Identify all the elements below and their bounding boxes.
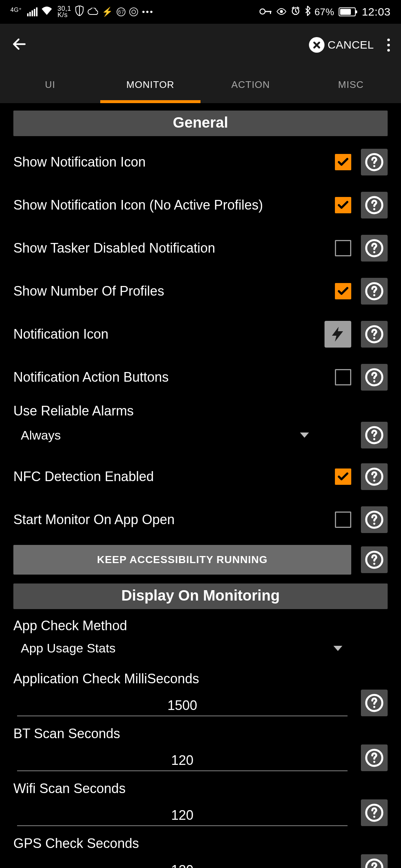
- cancel-button[interactable]: CANCEL: [309, 37, 374, 53]
- svg-point-29: [373, 761, 375, 763]
- label: Use Reliable Alarms: [13, 403, 388, 419]
- bolt-icon: ⚡: [102, 7, 113, 17]
- svg-point-13: [373, 294, 375, 296]
- svg-point-15: [373, 337, 375, 339]
- tab-bar: UI MONITOR ACTION MISC: [0, 66, 401, 103]
- bluetooth-icon: [304, 6, 311, 19]
- clock-time: 12:03: [362, 6, 391, 18]
- row-keep-accessibility: KEEP ACCESSIBILITY RUNNING: [13, 541, 388, 583]
- network-speed: 30,1 K/s: [58, 6, 71, 18]
- overflow-menu-button[interactable]: [385, 36, 392, 54]
- help-button[interactable]: [361, 278, 388, 305]
- svg-point-25: [373, 563, 375, 565]
- help-button[interactable]: [361, 546, 388, 573]
- row-app-check-method-label: App Check Method: [13, 614, 388, 635]
- help-button[interactable]: [361, 799, 388, 826]
- help-button[interactable]: [361, 506, 388, 533]
- label: Show Tasker Disabled Notification: [13, 240, 325, 256]
- notification-icon-picker[interactable]: [325, 321, 351, 348]
- key-icon: [260, 6, 272, 18]
- label: BT Scan Seconds: [13, 726, 388, 742]
- row-app-check-method-value: App Usage Stats: [13, 635, 388, 667]
- help-button[interactable]: [361, 149, 388, 175]
- dropdown-value: App Usage Stats: [21, 641, 115, 655]
- svg-point-31: [373, 816, 375, 818]
- checkbox-show-number-of-profiles[interactable]: [335, 283, 351, 299]
- row-bt-scan-label: BT Scan Seconds: [13, 721, 388, 743]
- row-nfc-detection: NFC Detection Enabled: [13, 455, 388, 498]
- settings-content[interactable]: General Show Notification Icon Show Noti…: [0, 103, 401, 868]
- svg-point-4: [280, 10, 283, 13]
- keep-accessibility-button[interactable]: KEEP ACCESSIBILITY RUNNING: [13, 545, 351, 575]
- help-button[interactable]: [361, 422, 388, 448]
- row-show-notification-icon-noactive: Show Notification Icon (No Active Profil…: [13, 184, 388, 227]
- checkbox-show-notification-icon[interactable]: [335, 154, 351, 170]
- section-header-display-on: Display On Monitoring: [13, 583, 388, 609]
- shield-icon: [75, 6, 84, 19]
- tab-action[interactable]: ACTION: [200, 66, 301, 103]
- help-button[interactable]: [361, 192, 388, 218]
- label: App Check Method: [13, 618, 388, 634]
- svg-rect-3: [270, 11, 271, 14]
- battery-icon: [339, 7, 356, 16]
- close-icon: [309, 37, 325, 53]
- help-button[interactable]: [361, 690, 388, 716]
- help-button[interactable]: [361, 235, 388, 262]
- svg-point-17: [373, 380, 375, 382]
- alarm-icon: [291, 6, 300, 18]
- circle-badge-1: 67: [117, 7, 125, 16]
- status-bar: 4G⁺ 30,1 K/s ⚡ 67 •••: [0, 0, 401, 24]
- svg-point-27: [373, 706, 375, 708]
- svg-point-1: [260, 9, 265, 14]
- chevron-down-icon: [300, 433, 309, 438]
- row-gps-check-value: [13, 853, 388, 868]
- circle-badge-2: [129, 7, 138, 16]
- row-app-check-ms-label: Application Check MilliSeconds: [13, 667, 388, 688]
- tab-monitor[interactable]: MONITOR: [100, 66, 200, 103]
- label: Start Monitor On App Open: [13, 512, 325, 527]
- svg-point-7: [373, 165, 375, 167]
- row-bt-scan-value: [13, 743, 388, 776]
- tab-ui[interactable]: UI: [0, 66, 100, 103]
- row-show-notification-icon: Show Notification Icon: [13, 141, 388, 184]
- network-type: 4G⁺: [10, 6, 22, 13]
- signal-icon: [27, 7, 38, 16]
- back-button[interactable]: [11, 36, 27, 54]
- cancel-label: CANCEL: [327, 39, 374, 51]
- label: GPS Check Seconds: [13, 836, 388, 851]
- row-show-number-of-profiles: Show Number Of Profiles: [13, 270, 388, 313]
- checkbox-show-tasker-disabled[interactable]: [335, 240, 351, 256]
- help-button[interactable]: [361, 854, 388, 868]
- help-button[interactable]: [361, 744, 388, 771]
- input-app-check-ms[interactable]: [17, 694, 348, 716]
- wifi-icon: [41, 6, 52, 18]
- dropdown-value: Always: [21, 428, 61, 443]
- chevron-down-icon: [333, 646, 342, 651]
- label: Application Check MilliSeconds: [13, 671, 388, 687]
- tab-misc[interactable]: MISC: [301, 66, 401, 103]
- input-gps-check[interactable]: [17, 859, 348, 868]
- checkbox-start-monitor-on-open[interactable]: [335, 512, 351, 528]
- help-button[interactable]: [361, 463, 388, 490]
- svg-point-21: [373, 480, 375, 482]
- row-gps-check-label: GPS Check Seconds: [13, 831, 388, 853]
- label: Show Notification Icon (No Active Profil…: [13, 197, 325, 213]
- checkbox-nfc-detection[interactable]: [335, 468, 351, 485]
- section-header-general: General: [13, 111, 388, 136]
- checkbox-show-notification-icon-noactive[interactable]: [335, 197, 351, 213]
- dropdown-app-check-method[interactable]: App Usage Stats: [13, 637, 351, 660]
- svg-point-19: [373, 438, 375, 440]
- svg-point-11: [373, 251, 375, 253]
- label: Show Notification Icon: [13, 154, 325, 170]
- input-bt-scan[interactable]: [17, 749, 348, 771]
- help-button[interactable]: [361, 364, 388, 391]
- input-wifi-scan[interactable]: [17, 804, 348, 826]
- row-wifi-scan-label: Wifi Scan Seconds: [13, 776, 388, 798]
- help-button[interactable]: [361, 321, 388, 348]
- app-bar: CANCEL UI MONITOR ACTION MISC: [0, 24, 401, 103]
- battery-percent: 67%: [314, 6, 335, 18]
- label: Show Number Of Profiles: [13, 283, 325, 299]
- status-more-icon: •••: [142, 7, 154, 17]
- dropdown-use-reliable-alarms[interactable]: Always: [13, 424, 318, 447]
- checkbox-notification-action-buttons[interactable]: [335, 369, 351, 385]
